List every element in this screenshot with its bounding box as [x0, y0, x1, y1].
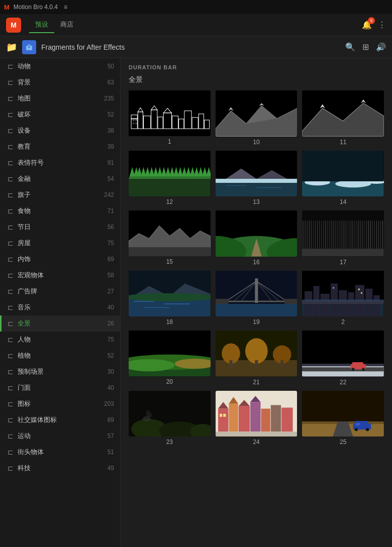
- sidebar-item-13[interactable]: ⊏ 宏观物体 58: [0, 267, 120, 283]
- sidebar-item-14[interactable]: ⊏ 广告牌 27: [0, 283, 120, 299]
- grid-item-24[interactable]: 24: [216, 391, 298, 446]
- sidebar-count: 54: [108, 175, 114, 182]
- sidebar-item-11[interactable]: ⊏ 房屋 75: [0, 235, 120, 251]
- grid-item-10[interactable]: 10: [216, 90, 298, 146]
- sidebar-label: 背景: [18, 78, 108, 87]
- menu-icon[interactable]: ≡: [64, 4, 67, 11]
- grid-item-12[interactable]: 12: [129, 151, 211, 206]
- sidebar-label: 食物: [18, 206, 108, 215]
- volume-icon[interactable]: 🔊: [376, 42, 386, 52]
- sidebar-item-10[interactable]: ⊏ 节日 56: [0, 219, 120, 235]
- app-logo-small: M: [4, 4, 10, 11]
- sidebar-item-25[interactable]: ⊏ 科技 49: [0, 460, 120, 476]
- logo: M: [6, 18, 21, 33]
- folder-icon: ⊏: [8, 303, 14, 311]
- svg-rect-216: [223, 413, 226, 416]
- sidebar-item-7[interactable]: ⊏ 金融 54: [0, 171, 120, 187]
- grid-item-2[interactable]: 2: [302, 271, 384, 326]
- grid-item-20[interactable]: 20: [129, 331, 211, 386]
- grid-item-18[interactable]: 18: [129, 271, 211, 326]
- sidebar-item-1[interactable]: ⊏ 背景 63: [0, 74, 120, 90]
- thumbnail-21: [216, 331, 298, 377]
- sidebar-item-21[interactable]: ⊏ 图标 203: [0, 396, 120, 412]
- sidebar-item-24[interactable]: ⊏ 街头物体 51: [0, 444, 120, 460]
- svg-rect-174: [302, 299, 384, 301]
- sidebar-count: 58: [108, 272, 114, 279]
- sidebar-label: 广告牌: [18, 287, 108, 296]
- grid-item-25[interactable]: 25: [302, 391, 384, 446]
- title-bar: M Motion Bro 4.0.4 ≡: [0, 0, 392, 14]
- svg-rect-139: [302, 249, 384, 256]
- sidebar-item-12[interactable]: ⊏ 内饰 69: [0, 251, 120, 267]
- svg-point-87: [335, 180, 371, 187]
- grid-item-21[interactable]: 21: [216, 331, 298, 386]
- tab-store[interactable]: 商店: [54, 17, 79, 33]
- sidebar-count: 69: [108, 416, 114, 423]
- sidebar-count: 52: [108, 352, 114, 359]
- folder-icon: ⊏: [8, 111, 14, 119]
- svg-point-194: [352, 368, 355, 371]
- sidebar-label: 街头物体: [18, 448, 108, 457]
- tab-presets[interactable]: 预设: [29, 17, 54, 33]
- sidebar-item-22[interactable]: ⊏ 社交媒体图标 69: [0, 412, 120, 428]
- grid-item-14[interactable]: 14: [302, 151, 384, 206]
- sidebar-label: 人物: [18, 335, 108, 344]
- sidebar-item-8[interactable]: ⊏ 旗子 242: [0, 187, 120, 203]
- sidebar-item-17[interactable]: ⊏ 人物 75: [0, 332, 120, 348]
- folder-icon: ⊏: [8, 143, 14, 151]
- sidebar-item-2[interactable]: ⊏ 地图 235: [0, 90, 120, 106]
- grid-item-1[interactable]: 1: [129, 90, 211, 146]
- sidebar-item-16[interactable]: ⊏ 全景 26: [0, 315, 120, 332]
- grid-item-17[interactable]: 17: [302, 210, 384, 266]
- sidebar-item-9[interactable]: ⊏ 食物 71: [0, 203, 120, 219]
- notification-badge: 5: [368, 17, 375, 24]
- thumbnail-23: [129, 391, 211, 436]
- grid-view-icon[interactable]: ⊞: [362, 42, 369, 52]
- grid-item-15[interactable]: 15: [129, 210, 211, 266]
- sidebar-label: 教育: [18, 142, 108, 151]
- sidebar-item-15[interactable]: ⊏ 音乐 40: [0, 299, 120, 315]
- svg-rect-185: [229, 360, 232, 368]
- sidebar-count: 235: [104, 95, 114, 102]
- sidebar-item-3[interactable]: ⊏ 破坏 52: [0, 106, 120, 123]
- thumb-label-19: 19: [253, 318, 259, 325]
- grid-item-13[interactable]: 13: [216, 151, 298, 206]
- svg-rect-204: [218, 408, 228, 431]
- sidebar-item-0[interactable]: ⊏ 动物 50: [0, 58, 120, 74]
- svg-rect-169: [374, 295, 380, 316]
- thumbnail-18: [129, 271, 211, 316]
- sidebar-count: 242: [104, 191, 114, 198]
- sidebar-item-23[interactable]: ⊏ 运动 57: [0, 428, 120, 444]
- sidebar-item-4[interactable]: ⊏ 设备 38: [0, 123, 120, 139]
- thumbnail-16: [216, 210, 298, 257]
- svg-point-225: [366, 428, 369, 431]
- svg-rect-208: [261, 408, 270, 431]
- thumb-label-24: 24: [253, 439, 259, 446]
- sidebar-count: 30: [108, 368, 114, 375]
- sidebar-item-19[interactable]: ⊏ 预制场景 30: [0, 364, 120, 380]
- sidebar-item-20[interactable]: ⊏ 门面 40: [0, 380, 120, 396]
- thumbnail-grid: 1 10 11: [129, 90, 384, 446]
- sidebar-label: 门面: [18, 383, 108, 392]
- grid-item-22[interactable]: 22: [302, 331, 384, 386]
- sidebar-item-6[interactable]: ⊏ 表情符号 91: [0, 155, 120, 171]
- search-icon[interactable]: 🔍: [345, 42, 355, 52]
- sidebar-count: 27: [108, 288, 114, 295]
- thumbnail-15: [129, 210, 211, 256]
- sidebar-item-18[interactable]: ⊏ 植物 52: [0, 348, 120, 364]
- svg-rect-21: [135, 120, 137, 121]
- bell-icon[interactable]: 🔔 5: [362, 20, 372, 30]
- folder-icon[interactable]: 📁: [6, 42, 17, 53]
- sub-header-title: Fragments for After Effects: [41, 43, 125, 51]
- sidebar-label: 金融: [18, 174, 108, 183]
- sidebar-item-5[interactable]: ⊏ 教育 39: [0, 139, 120, 155]
- grid-item-16[interactable]: 16: [216, 210, 298, 266]
- sidebar-count: 26: [108, 320, 114, 327]
- more-icon[interactable]: ⋮: [378, 20, 386, 30]
- grid-item-23[interactable]: 23: [129, 391, 211, 446]
- sidebar-label: 旗子: [18, 190, 104, 199]
- thumbnail-11: [302, 90, 384, 137]
- grid-item-19[interactable]: 19: [216, 271, 298, 326]
- grid-item-11[interactable]: 11: [302, 90, 384, 146]
- sidebar-label: 表情符号: [18, 158, 108, 167]
